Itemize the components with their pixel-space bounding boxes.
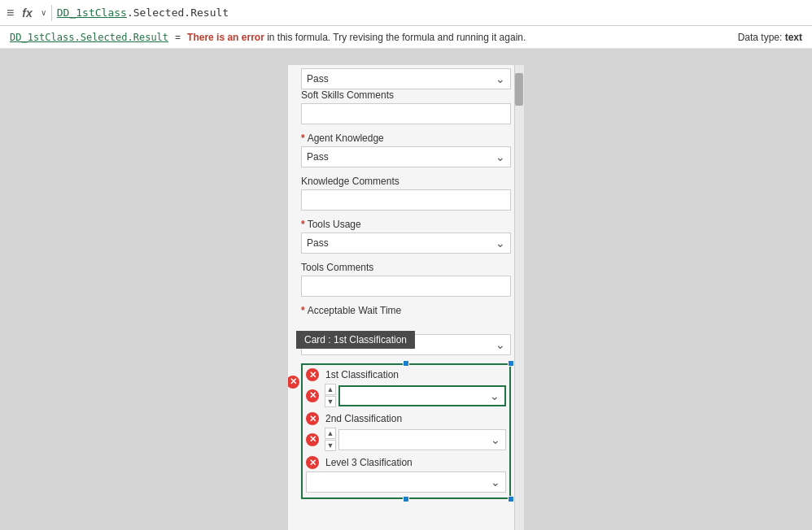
error-prefix: There is an error [187, 32, 264, 43]
scrollbar-thumb[interactable] [515, 73, 523, 106]
menu-icon[interactable]: ≡ [7, 6, 14, 20]
tools-comments-label-text: Tools Comments [301, 262, 373, 273]
main-area: Pass ⌄ Soft Skills Comments * Agent Know… [0, 49, 812, 530]
tools-comments-section: Tools Comments [301, 262, 511, 297]
knowledge-comments-input[interactable] [301, 189, 511, 211]
top-pass-dropdown[interactable]: Pass ⌄ [301, 68, 511, 89]
second-class-ctrl-error: ✕ [306, 433, 319, 446]
first-classification-section: ✕ 1st Classification ✕ ▲ ▼ ⌄ [306, 368, 506, 407]
handle-top-center [403, 360, 409, 367]
level3-class-arrow-icon: ⌄ [491, 476, 500, 489]
acceptable-wait-time-label: * Acceptable Wait Time [301, 305, 511, 316]
error-equals: = [175, 32, 181, 43]
tools-usage-dropdown[interactable]: Pass ⌄ [301, 232, 511, 254]
level3-classification-label: Level 3 Clasification [325, 457, 413, 468]
handle-top-right [508, 360, 514, 367]
form-content: Pass ⌄ Soft Skills Comments * Agent Know… [288, 65, 524, 519]
formula-input-area: DD_1stClass.Selected.Result [57, 7, 805, 19]
agent-knowledge-arrow-icon: ⌄ [495, 150, 505, 163]
second-classification-header: ✕ 2nd Classification [306, 412, 506, 425]
error-formula-label: DD_1stClass.Selected.Result [10, 32, 168, 43]
first-class-ctrl-error: ✕ [306, 389, 319, 402]
first-classification-label: 1st Classification [325, 369, 399, 380]
first-classification-dropdown[interactable]: ⌄ [338, 385, 506, 406]
soft-skills-input[interactable] [301, 103, 511, 124]
acceptable-wait-value: Pass [307, 339, 495, 350]
tools-usage-section: * Tools Usage Pass ⌄ [301, 219, 511, 254]
tools-usage-required: * [301, 219, 305, 230]
card-error-icon: ✕ [288, 376, 299, 389]
form-panel: Pass ⌄ Soft Skills Comments * Agent Know… [288, 65, 524, 530]
agent-knowledge-value: Pass [307, 151, 495, 163]
second-classification-dropdown[interactable]: ⌄ [338, 429, 506, 450]
error-suffix: in this formula. Try revising the formul… [267, 32, 526, 43]
tools-comments-label: Tools Comments [301, 262, 511, 273]
agent-knowledge-section: * Agent Knowledge Pass ⌄ [301, 132, 511, 167]
first-class-error-icon: ✕ [306, 368, 319, 381]
first-class-collapse-btn[interactable]: ▼ [325, 396, 336, 407]
second-classification-label: 2nd Classification [325, 413, 402, 424]
data-type-label: Data type: text [738, 32, 802, 43]
card-section: ✕ 1st Classification ✕ ▲ ▼ ⌄ [301, 363, 511, 499]
level3-classification-section: ✕ Level 3 Clasification ⌄ [306, 456, 506, 493]
divider [51, 5, 52, 21]
error-bar: DD_1stClass.Selected.Result = There is a… [0, 26, 812, 49]
acceptable-wait-label-text: Acceptable Wait Time [308, 305, 402, 316]
soft-skills-label-text: Soft Skills Comments [301, 89, 394, 101]
formula-bar: ≡ fx ∨ DD_1stClass.Selected.Result [0, 0, 812, 26]
soft-skills-comments-section: Soft Skills Comments [301, 89, 511, 124]
first-classification-header: ✕ 1st Classification [306, 368, 506, 381]
second-classification-section: ✕ 2nd Classification ✕ ▲ ▼ ⌄ [306, 412, 506, 451]
handle-bottom-center [403, 496, 409, 502]
agent-knowledge-label: * Agent Knowledge [301, 132, 511, 144]
knowledge-comments-section: Knowledge Comments [301, 176, 511, 211]
handle-bottom-right [508, 496, 514, 502]
acceptable-wait-dropdown-wrapper: Card : 1st Classification Pass ⌄ [301, 334, 511, 355]
agent-knowledge-dropdown[interactable]: Pass ⌄ [301, 146, 511, 167]
knowledge-comments-label: Knowledge Comments [301, 176, 511, 187]
fx-label: fx [19, 7, 35, 20]
tools-comments-input[interactable] [301, 276, 511, 297]
second-class-error-icon: ✕ [306, 412, 319, 425]
acceptable-wait-time-section: * Acceptable Wait Time Card : 1st Classi… [301, 305, 511, 355]
knowledge-comments-label-text: Knowledge Comments [301, 176, 399, 187]
second-class-arrow-icon: ⌄ [491, 433, 500, 446]
acceptable-wait-required: * [301, 305, 305, 316]
fx-chevron[interactable]: ∨ [41, 8, 46, 17]
second-class-collapse-btn[interactable]: ▼ [325, 440, 336, 451]
first-class-expand-btn[interactable]: ▲ [325, 384, 336, 395]
top-pass-section: Pass ⌄ [301, 65, 511, 89]
formula-green-part: DD_1stClass [57, 7, 127, 19]
scrollbar[interactable] [514, 65, 524, 530]
level3-classification-header: ✕ Level 3 Clasification [306, 456, 506, 469]
top-pass-value: Pass [307, 73, 495, 85]
agent-knowledge-required: * [301, 132, 305, 144]
data-type-value: text [785, 32, 802, 43]
tools-usage-label-text: Tools Usage [308, 219, 361, 230]
level3-classification-dropdown[interactable]: ⌄ [306, 471, 506, 493]
tools-usage-arrow-icon: ⌄ [495, 237, 505, 250]
formula-black-part: .Selected.Result [127, 7, 229, 19]
acceptable-wait-arrow-icon: ⌄ [495, 338, 505, 351]
second-classification-controls: ✕ ▲ ▼ ⌄ [306, 428, 506, 451]
top-pass-arrow-icon: ⌄ [495, 72, 505, 85]
agent-knowledge-label-text: Agent Knowledge [308, 132, 384, 144]
acceptable-wait-dropdown[interactable]: Pass ⌄ [301, 334, 511, 355]
card-outer-wrapper: ✕ ✕ 1st Classification ✕ [301, 363, 511, 499]
soft-skills-label: Soft Skills Comments [301, 89, 511, 101]
tools-usage-value: Pass [307, 237, 495, 249]
tools-usage-label: * Tools Usage [301, 219, 511, 230]
error-message: There is an error in this formula. Try r… [187, 32, 526, 43]
first-class-row-ctrl: ▲ ▼ [325, 384, 336, 407]
second-class-expand-btn[interactable]: ▲ [325, 428, 336, 439]
first-classification-controls: ✕ ▲ ▼ ⌄ [306, 384, 506, 407]
level3-class-error-icon: ✕ [306, 456, 319, 469]
second-class-row-ctrl: ▲ ▼ [325, 428, 336, 451]
first-class-arrow-icon: ⌄ [490, 389, 500, 402]
